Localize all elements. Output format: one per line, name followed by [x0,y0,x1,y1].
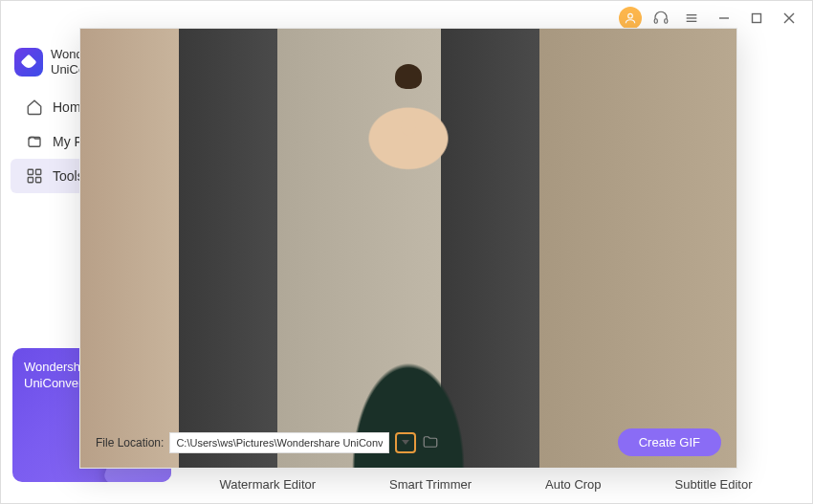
file-location-dropdown-button[interactable] [395,432,416,453]
window-close-button[interactable] [778,7,801,30]
home-icon [26,99,43,116]
user-avatar[interactable] [619,7,642,30]
svg-rect-11 [28,169,33,174]
file-location-input[interactable] [169,432,389,453]
brand-logo-icon [14,48,43,77]
file-location-row: File Location: Create GIF [96,428,721,456]
create-gif-button[interactable]: Create GIF [618,428,721,456]
chevron-down-icon [402,440,409,445]
tool-link-auto-crop[interactable]: Auto Crop [545,471,602,497]
tool-link-watermark[interactable]: Watermark Editor [219,471,316,497]
svg-rect-12 [36,169,41,174]
files-icon [26,133,43,150]
svg-rect-13 [28,178,33,183]
window-minimize-button[interactable] [713,7,736,30]
thumbnail-image [478,94,538,153]
open-folder-button[interactable] [422,433,441,452]
bottom-tool-row: Watermark Editor Smart Trimmer Auto Crop… [183,471,789,497]
tool-link-subtitle-editor[interactable]: Subtitle Editor [675,471,753,497]
main-window: Wonde UniCon Home My Fil Tools Wondersha… [0,0,813,504]
file-location-label: File Location: [96,436,164,449]
dialog-body [80,94,736,352]
tool-link-smart-trimmer[interactable]: Smart Trimmer [389,471,472,497]
svg-rect-7 [753,14,761,23]
menu-icon[interactable] [680,7,703,30]
tools-icon [26,167,43,185]
window-maximize-button[interactable] [745,7,768,30]
svg-rect-2 [665,19,668,24]
support-icon[interactable] [649,7,672,30]
svg-rect-1 [654,19,657,24]
gif-maker-dialog: GIF Maker Feedback Video to GIF Photos t… [79,28,737,469]
svg-rect-14 [36,178,41,183]
svg-point-0 [628,13,633,18]
photo-thumbnail[interactable] [478,94,538,153]
